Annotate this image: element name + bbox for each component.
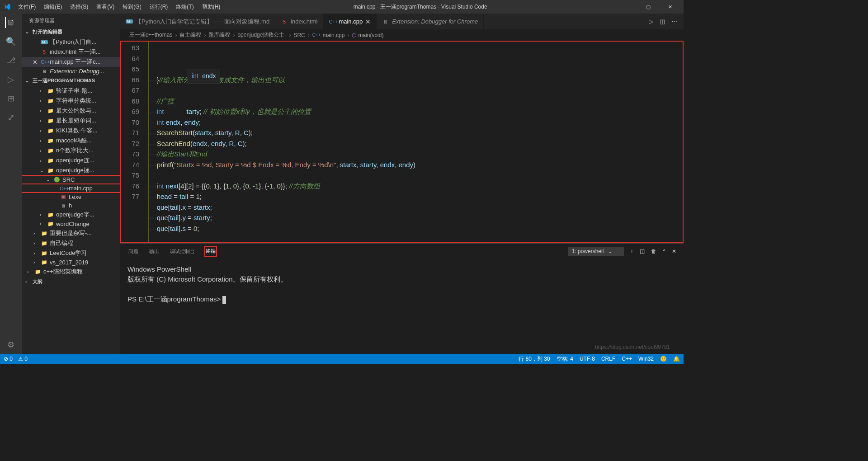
sidebar-title: 资源管理器 [22, 14, 120, 28]
editor-tab[interactable]: C++main.cpp✕ [323, 14, 377, 29]
titlebar: 文件(F)编辑(E)选择(S)查看(V)转到(G)运行(R)终端(T)帮助(H)… [0, 0, 684, 14]
minimize-button[interactable]: ─ [617, 0, 637, 14]
project-header[interactable]: ⌄王一涵PROGRAMTHOMAS [22, 76, 120, 85]
panel-tab[interactable]: 调试控制台 [169, 247, 196, 256]
split-terminal-icon[interactable]: ◫ [640, 248, 645, 254]
activity-bar: 🗎 🔍 ⎇ ▷ ⊞ ⤢ ⚙ [0, 14, 22, 354]
menu-item[interactable]: 选择(S) [66, 1, 92, 13]
breadcrumb[interactable]: 王一涵c++thomas›自主编程›题库编程›openjudge拯救公主-›SR… [120, 29, 684, 41]
bottom-panel: 问题输出调试控制台终端1: powershell ⌄+◫🗑^✕ Windows … [120, 243, 684, 354]
explorer-icon[interactable]: 🗎 [5, 17, 16, 28]
open-editor-item[interactable]: 🗎Extension: Debugg... [22, 67, 120, 75]
tooltip-text: endx [202, 72, 216, 80]
panel-tab[interactable]: 问题 [127, 247, 139, 256]
folder-item[interactable]: ›📁KIKI算数-牛客... [22, 126, 120, 136]
remote-icon[interactable]: ⤢ [5, 112, 16, 123]
vscode-logo-icon [4, 3, 11, 10]
more-icon[interactable]: ⋯ [671, 18, 677, 25]
status-item[interactable]: 行 80，列 30 [519, 355, 550, 363]
folder-item[interactable]: ›📁验证子串-题... [22, 86, 120, 96]
folder-item[interactable]: ›📁openjudge字... [22, 210, 120, 220]
open-editors-header[interactable]: ⌄打开的编辑器 [22, 28, 120, 36]
folder-item[interactable]: ›📁openjudge连... [22, 155, 120, 165]
status-item[interactable]: UTF-8 [580, 355, 595, 363]
file-item[interactable]: ▣t.exe [22, 193, 120, 201]
folder-item[interactable]: ›📁c++陈绍英编程 [22, 267, 120, 277]
menu-item[interactable]: 编辑(E) [40, 1, 66, 13]
editor-tab[interactable]: 🗎Extension: Debugger for Chrome [377, 14, 484, 29]
maximize-panel-icon[interactable]: ^ [663, 248, 665, 254]
panel-tab[interactable]: 终端 [205, 246, 217, 256]
status-item[interactable]: 空格: 4 [557, 355, 573, 363]
line-numbers: 636465666768697071727374757677 [121, 42, 148, 242]
editor-tab[interactable]: M↓【Python入门自学笔记专辑】——面向对象编程.md [120, 14, 275, 29]
folder-item[interactable]: ›📁自己编程 [22, 238, 120, 248]
folder-item[interactable]: ›📁vs_2017_2019 [22, 258, 120, 267]
folder-item[interactable]: ›📁macool码酷... [22, 136, 120, 146]
file-item[interactable]: C++main.cpp [22, 184, 120, 193]
settings-gear-icon[interactable]: ⚙ [5, 339, 16, 350]
status-item[interactable]: C++ [622, 355, 632, 363]
open-editor-item[interactable]: 5index.html 王一涵... [22, 47, 120, 57]
split-icon[interactable]: ◫ [660, 18, 665, 25]
folder-item[interactable]: ›📁最大公约数与... [22, 106, 120, 116]
run-icon[interactable]: ▷ [649, 18, 653, 25]
folder-item[interactable]: ›📁字符串分类统... [22, 96, 120, 106]
terminal-selector[interactable]: 1: powershell ⌄ [568, 247, 624, 256]
file-item[interactable]: 🗎h [22, 201, 120, 210]
source-control-icon[interactable]: ⎇ [5, 55, 16, 66]
status-item[interactable]: 🙂 [660, 355, 667, 363]
status-item[interactable]: ⚠ 0 [18, 356, 28, 362]
folder-item[interactable]: ›📁n个数字比大... [22, 146, 120, 155]
menu-item[interactable]: 转到(G) [119, 1, 145, 13]
maximize-button[interactable]: ▢ [638, 0, 658, 14]
status-item[interactable]: ⊘ 0 [4, 356, 13, 362]
folder-item[interactable]: ›📁最长最短单词... [22, 116, 120, 126]
folder-item[interactable]: ⌄📁openjudge拯... [22, 165, 120, 175]
search-icon[interactable]: 🔍 [5, 36, 16, 47]
code-content[interactable]: ····}//输入部分最后可以改成文件，输出也可以 ····//广搜····in… [148, 42, 646, 242]
menu-item[interactable]: 文件(F) [14, 1, 39, 13]
outline-header[interactable]: ›大纲 [22, 278, 120, 286]
kill-terminal-icon[interactable]: 🗑 [651, 248, 656, 254]
folder-item[interactable]: ›📁wordChange [22, 220, 120, 228]
menu-item[interactable]: 查看(V) [93, 1, 118, 13]
status-item[interactable]: Win32 [638, 355, 654, 363]
editor-area: M↓【Python入门自学笔记专辑】——面向对象编程.md5index.html… [120, 14, 684, 354]
status-item[interactable]: CRLF [601, 355, 615, 363]
menu-item[interactable]: 运行(R) [146, 1, 172, 13]
folder-item[interactable]: ›📁LeetCode学习 [22, 248, 120, 258]
open-editor-item[interactable]: M↓【Python入门自... [22, 37, 120, 47]
menubar: 文件(F)编辑(E)选择(S)查看(V)转到(G)运行(R)终端(T)帮助(H) [14, 1, 224, 13]
breadcrumb-item[interactable]: 王一涵c++thomas [129, 31, 172, 39]
window-controls: ─ ▢ ✕ [617, 0, 680, 14]
close-icon: ✕ [365, 18, 371, 25]
panel-tabs: 问题输出调试控制台终端1: powershell ⌄+◫🗑^✕ [120, 244, 684, 259]
panel-tab[interactable]: 输出 [148, 247, 160, 256]
sidebar: 资源管理器 ⌄打开的编辑器 M↓【Python入门自...5index.html… [22, 14, 120, 354]
code-editor[interactable]: 636465666768697071727374757677 ····}//输入… [120, 41, 684, 243]
folder-item[interactable]: ⌄🟢SRC [22, 175, 120, 184]
extensions-icon[interactable]: ⊞ [5, 93, 16, 104]
status-item[interactable]: 🔔 [673, 355, 680, 363]
statusbar: ⊘ 0⚠ 0 行 80，列 30空格: 4UTF-8CRLFC++Win32🙂🔔 [0, 354, 684, 364]
new-terminal-icon[interactable]: + [630, 248, 633, 254]
terminal[interactable]: Windows PowerShell版权所有 (C) Microsoft Cor… [120, 259, 684, 354]
open-editor-item[interactable]: ✕C++main.cpp 王一涵c... [22, 57, 120, 67]
breadcrumb-item[interactable]: 自主编程 [179, 31, 201, 39]
close-panel-icon[interactable]: ✕ [672, 248, 676, 254]
editor-tab[interactable]: 5index.html [275, 14, 323, 29]
breadcrumb-item[interactable]: ⬡ main(void) [352, 32, 383, 38]
menu-item[interactable]: 帮助(H) [198, 1, 224, 13]
folder-item[interactable]: ›📁重要但是杂写-... [22, 228, 120, 238]
menu-item[interactable]: 终端(T) [172, 1, 197, 13]
run-debug-icon[interactable]: ▷ [5, 74, 16, 85]
close-button[interactable]: ✕ [660, 0, 680, 14]
minimap[interactable] [646, 42, 683, 242]
breadcrumb-item[interactable]: 题库编程 [208, 31, 230, 39]
window-title: main.cpp - 王一涵programThomas - Visual Stu… [224, 3, 617, 11]
breadcrumb-item[interactable]: C++ main.cpp [312, 32, 345, 38]
breadcrumb-item[interactable]: SRC [293, 32, 305, 38]
breadcrumb-item[interactable]: openjudge拯救公主- [237, 31, 286, 39]
editor-tabs: M↓【Python入门自学笔记专辑】——面向对象编程.md5index.html… [120, 14, 684, 29]
